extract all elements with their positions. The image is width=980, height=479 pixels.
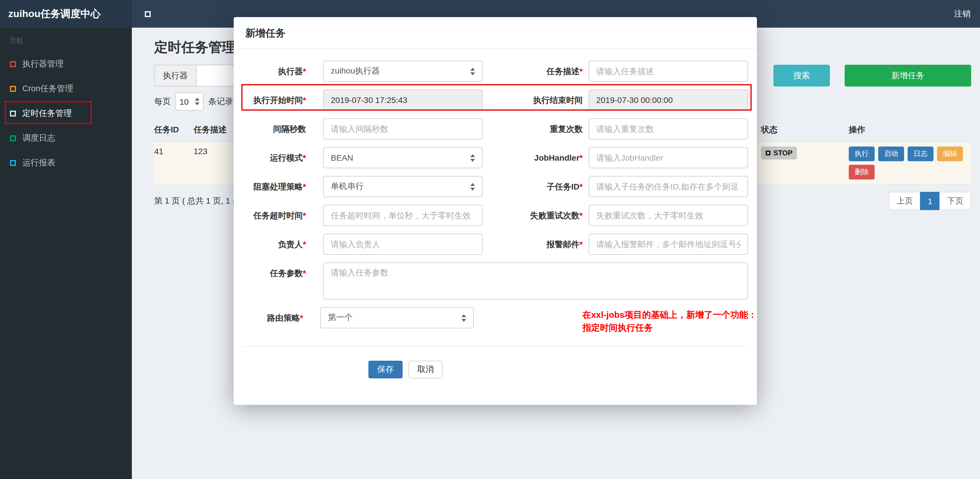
sidebar-item-label: 定时任务管理 (22, 108, 72, 119)
prev-page-button[interactable]: 上页 (889, 192, 921, 210)
end-time-label: 执行结束时间 (483, 89, 589, 111)
sidebar-item-cron-mgmt[interactable]: Cron任务管理 (0, 76, 132, 101)
save-button[interactable]: 保存 (369, 361, 402, 379)
route-strategy-select[interactable]: 第一个 (320, 307, 474, 328)
page-size-select[interactable]: 10 (175, 92, 204, 111)
sidebar: 导航 执行器管理 Cron任务管理 定时任务管理 调度日志 运行报表 (0, 28, 132, 479)
sidebar-item-executor-mgmt[interactable]: 执行器管理 (0, 52, 132, 76)
executor-label: 执行器* (234, 60, 323, 82)
alarm-email-label: 报警邮件* (483, 234, 589, 255)
modal-title: 新增任务 (234, 17, 757, 49)
col-header-actions[interactable]: 操作 (849, 125, 971, 135)
cell-status: STOP (761, 146, 849, 183)
route-strategy-label: 路由策略* (234, 307, 320, 334)
owner-label: 负责人* (234, 234, 323, 255)
aqua-square-icon (10, 160, 16, 166)
next-page-button[interactable]: 下页 (939, 192, 971, 210)
white-square-icon (10, 111, 16, 116)
modal-footer: 保存 取消 (369, 361, 757, 379)
page-number-button[interactable]: 1 (920, 192, 940, 210)
block-strategy-select-value: 单机串行 (331, 181, 364, 192)
label-text: 执行开始时间 (253, 95, 303, 105)
select-caret-icon (470, 183, 475, 190)
sidebar-item-label: 运行报表 (22, 158, 55, 168)
required-asterisk: * (579, 153, 583, 162)
select-caret-icon (470, 67, 475, 75)
form-row: 间隔秒数 重复次数 (234, 118, 757, 140)
label-text: 任务参数 (270, 268, 303, 278)
retry-count-input[interactable] (589, 205, 748, 226)
job-handler-input[interactable] (589, 147, 748, 168)
cancel-button[interactable]: 取消 (409, 361, 442, 379)
child-job-id-input[interactable] (589, 176, 748, 197)
start-button[interactable]: 启动 (878, 146, 904, 161)
status-badge-label: STOP (773, 149, 792, 157)
page-size-value: 10 (180, 97, 189, 106)
label-text: 任务描述 (547, 67, 579, 76)
repeat-count-input[interactable] (589, 118, 748, 140)
add-job-button[interactable]: 新增任务 (845, 65, 971, 86)
cell-actions: 执行启动日志编辑删除 (849, 146, 971, 183)
required-asterisk: * (303, 67, 306, 76)
cell-job-id: 41 (154, 146, 194, 183)
end-time-input[interactable] (589, 89, 748, 111)
sidebar-item-schedule-log[interactable]: 调度日志 (0, 126, 132, 151)
brand-logo[interactable]: zuihou任务调度中心 (0, 0, 132, 28)
execute-button[interactable]: 执行 (849, 146, 875, 161)
interval-input[interactable] (323, 118, 483, 140)
required-asterisk: * (303, 268, 306, 278)
timeout-input[interactable] (323, 205, 483, 226)
page-size-suffix: 条记录 (208, 96, 233, 107)
red-square-icon (10, 61, 16, 67)
col-header-job-id[interactable]: 任务ID (154, 125, 194, 135)
label-text: 报警邮件 (547, 240, 579, 249)
start-time-input[interactable] (323, 89, 483, 111)
block-strategy-label: 阻塞处理策略* (234, 176, 323, 197)
sidebar-item-scheduled-task-mgmt[interactable]: 定时任务管理 (0, 101, 132, 126)
select-caret-icon (470, 154, 475, 162)
timeout-label: 任务超时时间* (234, 205, 323, 226)
job-desc-input[interactable] (589, 60, 748, 82)
run-mode-select[interactable]: BEAN (323, 147, 483, 168)
label-text: JobHandler (534, 153, 579, 162)
repeat-count-label: 重复次数 (483, 118, 589, 140)
col-header-status[interactable]: 状态 (761, 125, 849, 135)
executor-select[interactable]: zuihou执行器 (323, 60, 483, 82)
logout-link[interactable]: 注销 (954, 8, 970, 19)
edit-button[interactable]: 编辑 (937, 146, 963, 161)
executor-select-value: zuihou执行器 (331, 66, 380, 76)
green-square-icon (10, 135, 16, 141)
page-size-prefix: 每页 (154, 96, 171, 107)
toolbar-buttons: 搜索 新增任务 (773, 65, 971, 86)
owner-input[interactable] (323, 234, 483, 255)
job-param-textarea[interactable] (323, 263, 748, 299)
modal-body: 执行器* zuihou执行器 任务描述* 执行开始时间* 执行结束时间 间隔秒数… (234, 49, 757, 379)
alarm-email-input[interactable] (589, 234, 748, 255)
run-mode-label: 运行模式* (234, 147, 323, 168)
label-text: 路由策略 (267, 313, 300, 323)
job-param-label: 任务参数* (234, 263, 323, 299)
form-row: 任务超时时间* 失败重试次数* (234, 205, 757, 226)
sidebar-toggle-button[interactable] (141, 7, 154, 20)
label-text: 任务超时时间 (253, 211, 303, 220)
form-row: 负责人* 报警邮件* (234, 234, 757, 255)
required-asterisk: * (303, 182, 306, 191)
start-time-label: 执行开始时间* (234, 89, 323, 111)
label-text: 执行器 (278, 67, 303, 76)
delete-button[interactable]: 删除 (849, 165, 875, 180)
sidebar-item-label: 调度日志 (22, 133, 55, 143)
orange-square-icon (10, 86, 16, 92)
sidebar-item-run-report[interactable]: 运行报表 (0, 151, 132, 175)
form-row: 路由策略* 第一个 在xxl-jobs项目的基础上，新增了一个功能： 指定时间执… (234, 307, 757, 334)
route-strategy-select-value: 第一个 (328, 312, 353, 323)
interval-label: 间隔秒数 (234, 118, 323, 140)
job-desc-label: 任务描述* (483, 60, 589, 82)
form-row: 执行器* zuihou执行器 任务描述* (234, 60, 757, 82)
required-asterisk: * (303, 95, 306, 105)
search-button[interactable]: 搜索 (773, 65, 830, 86)
executor-filter-label: 执行器 (154, 65, 197, 86)
block-strategy-select[interactable]: 单机串行 (323, 176, 483, 197)
child-job-id-label: 子任务ID* (483, 176, 589, 197)
run-mode-select-value: BEAN (331, 153, 353, 162)
log-button[interactable]: 日志 (908, 146, 934, 161)
